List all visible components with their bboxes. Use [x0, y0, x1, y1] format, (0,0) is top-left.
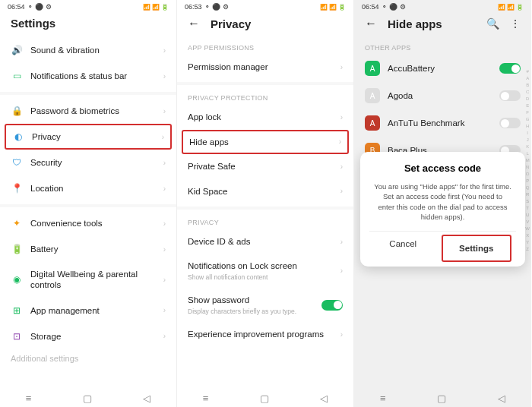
- chevron-right-icon: ›: [340, 267, 343, 275]
- settings-row-digital-wellbeing-parental-controls[interactable]: ◉Digital Wellbeing & parental controls›: [0, 262, 176, 298]
- chevron-right-icon: ›: [163, 185, 166, 193]
- back-icon[interactable]: ◁: [498, 393, 505, 404]
- settings-row-security[interactable]: 🛡Security›: [0, 150, 176, 175]
- app-row-accubattery[interactable]: AAccuBattery: [354, 55, 531, 82]
- index-M[interactable]: M: [526, 157, 530, 164]
- index-U[interactable]: U: [526, 212, 529, 219]
- privacy-row-show-password[interactable]: Show passwordDisplay characters briefly …: [177, 288, 353, 322]
- home-icon[interactable]: ▢: [437, 393, 446, 404]
- row-sublabel: Show all notification content: [188, 273, 333, 282]
- status-bar: 06:54 ⚬ ⚫ ⚙ 📶 📶 🔋: [0, 0, 176, 12]
- app-icon: A: [365, 88, 380, 103]
- alpha-index[interactable]: #ABCDEFGHIJKLMNOPQRSTUVWXYZ: [525, 68, 530, 253]
- section-header: PRIVACY: [177, 213, 353, 229]
- index-R[interactable]: R: [526, 191, 529, 198]
- header: Settings: [0, 12, 176, 37]
- row-icon: ⊡: [11, 330, 23, 342]
- cancel-button[interactable]: Cancel: [369, 232, 437, 267]
- index-D[interactable]: D: [526, 96, 529, 103]
- search-icon[interactable]: 🔍: [486, 17, 499, 30]
- row-label: Device ID & ads: [188, 236, 333, 247]
- nav-bar: ≡ ▢ ◁: [0, 389, 176, 407]
- row-label: Notifications on Lock screenShow all not…: [188, 260, 333, 281]
- modal-title: Set access code: [369, 162, 516, 174]
- settings-row-app-management[interactable]: ⊞App management›: [0, 298, 176, 323]
- privacy-row-device-id-ads[interactable]: Device ID & ads›: [177, 229, 353, 254]
- recents-icon[interactable]: ≡: [203, 393, 209, 404]
- row-icon: 🔋: [11, 243, 23, 255]
- index-J[interactable]: J: [527, 137, 529, 144]
- back-icon[interactable]: ◁: [143, 393, 150, 404]
- index-G[interactable]: G: [526, 116, 530, 123]
- row-label: Notifications & status bar: [30, 71, 156, 81]
- row-label: Sound & vibration: [30, 45, 156, 55]
- index-P[interactable]: P: [526, 178, 529, 185]
- chevron-right-icon: ›: [340, 187, 343, 195]
- back-icon[interactable]: ←: [365, 17, 377, 30]
- privacy-row-hide-apps[interactable]: Hide apps›: [182, 130, 349, 154]
- settings-row-storage[interactable]: ⊡Storage›: [0, 323, 176, 349]
- settings-row-battery[interactable]: 🔋Battery›: [0, 236, 176, 262]
- home-icon[interactable]: ▢: [83, 393, 92, 404]
- chevron-right-icon: ›: [340, 330, 343, 339]
- toggle[interactable]: [499, 63, 521, 74]
- more-icon[interactable]: ⋮: [510, 17, 521, 30]
- index-K[interactable]: K: [526, 144, 529, 150]
- home-icon[interactable]: ▢: [260, 393, 269, 404]
- section-header: APP PERMISSIONS: [177, 38, 353, 55]
- page-title: Privacy: [211, 17, 343, 30]
- index-F[interactable]: F: [526, 109, 529, 116]
- recents-icon[interactable]: ≡: [380, 393, 386, 404]
- row-label: Storage: [30, 331, 156, 342]
- toggle[interactable]: [499, 90, 521, 101]
- settings-button[interactable]: Settings: [442, 235, 512, 262]
- index-V[interactable]: V: [526, 219, 529, 226]
- app-row-agoda[interactable]: AAgoda: [354, 82, 531, 109]
- index-Z[interactable]: Z: [526, 246, 529, 253]
- row-label: Hide apps: [189, 137, 331, 147]
- privacy-row-permission-manager[interactable]: Permission manager›: [177, 55, 353, 79]
- additional-settings[interactable]: Additional settings: [0, 349, 176, 368]
- row-icon: 📍: [11, 182, 23, 194]
- index-N[interactable]: N: [526, 164, 529, 171]
- index-Q[interactable]: Q: [526, 185, 530, 191]
- settings-row-privacy[interactable]: ◐Privacy›: [5, 124, 172, 150]
- index-E[interactable]: E: [526, 103, 529, 109]
- row-icon: ◉: [11, 273, 23, 286]
- index-S[interactable]: S: [526, 198, 529, 205]
- chevron-right-icon: ›: [162, 133, 164, 141]
- index-Y[interactable]: Y: [526, 239, 529, 246]
- app-name: AnTuTu Benchmark: [388, 118, 492, 128]
- index-T[interactable]: T: [526, 205, 529, 212]
- chevron-right-icon: ›: [163, 107, 166, 115]
- privacy-row-experience-improvement-programs[interactable]: Experience improvement programs›: [177, 322, 353, 346]
- toggle[interactable]: [321, 300, 343, 311]
- app-row-antutu-benchmark[interactable]: AAnTuTu Benchmark: [354, 109, 531, 137]
- index-B[interactable]: B: [526, 82, 529, 89]
- privacy-row-app-lock[interactable]: App lock›: [177, 105, 353, 129]
- back-icon[interactable]: ◁: [320, 393, 328, 404]
- settings-row-password-biometrics[interactable]: 🔒Password & biometrics›: [0, 98, 176, 124]
- settings-row-location[interactable]: 📍Location›: [0, 175, 176, 201]
- index-W[interactable]: W: [525, 226, 530, 232]
- index-X[interactable]: X: [526, 232, 529, 239]
- index-O[interactable]: O: [526, 171, 530, 178]
- divider: [177, 207, 353, 210]
- index-L[interactable]: L: [526, 150, 528, 157]
- index-I[interactable]: I: [527, 130, 528, 137]
- settings-row-notifications-status-bar[interactable]: ▭Notifications & status bar›: [0, 63, 176, 89]
- back-icon[interactable]: ←: [188, 17, 200, 30]
- index-C[interactable]: C: [526, 89, 529, 96]
- index-H[interactable]: H: [526, 123, 529, 130]
- index-#[interactable]: #: [526, 68, 528, 75]
- row-label: Private Safe: [188, 161, 333, 172]
- settings-row-sound-vibration[interactable]: 🔊Sound & vibration›: [0, 37, 176, 63]
- settings-row-convenience-tools[interactable]: ✦Convenience tools›: [0, 210, 176, 236]
- privacy-row-kid-space[interactable]: Kid Space›: [177, 179, 353, 204]
- recents-icon[interactable]: ≡: [26, 393, 32, 404]
- index-A[interactable]: A: [526, 75, 529, 82]
- privacy-row-notifications-on-lock-screen[interactable]: Notifications on Lock screenShow all not…: [177, 254, 353, 288]
- privacy-row-private-safe[interactable]: Private Safe›: [177, 154, 353, 178]
- row-label: Password & biometrics: [30, 106, 156, 116]
- toggle[interactable]: [499, 118, 521, 128]
